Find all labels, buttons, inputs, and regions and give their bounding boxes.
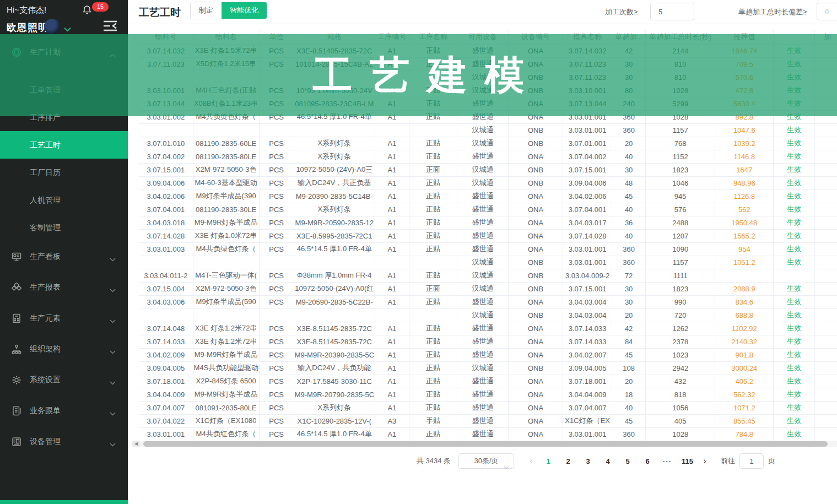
page-size-select[interactable]: 30条/页 [458,453,514,469]
sidebar-item-man-machine[interactable]: 人机管理 [0,186,128,214]
page-number[interactable]: 1 [541,457,556,465]
status-effective-link[interactable]: 生效 [787,284,801,294]
status-effective-link[interactable]: 生效 [787,218,801,227]
sidebar-item-work-order[interactable]: 工单管理 [0,76,128,104]
cell-value: 盛世通 [472,112,493,122]
status-effective-link[interactable]: 生效 [787,403,801,413]
sidebar-item-device-management[interactable]: 设备管理 [0,426,128,457]
cell-value: 2144 [672,47,688,55]
status-effective-link[interactable]: 生效 [787,85,801,95]
status-effective-link[interactable]: 生效 [787,112,801,122]
cell-value: 盛世通 [472,297,493,307]
status-effective-link[interactable]: 生效 [787,204,801,214]
mode-define-button[interactable]: 制定 [191,2,222,19]
sidebar-header: Hi~支伟杰! 15 欧恩照明 [0,0,128,39]
processing-count-input[interactable] [650,3,694,20]
status-effective-link[interactable]: 生效 [787,59,801,69]
status-effective-link[interactable]: 生效 [787,323,801,333]
cell-value: 盛世通 [472,403,493,413]
notification-bell-icon[interactable] [82,4,92,17]
horizontal-scrollbar[interactable]: ◀ [132,441,837,447]
table-row: 汉城通ONB3.03.01.00136011571047.6生效 [139,123,837,137]
sidebar-item-business-tracking[interactable]: 业务跟单 [0,395,128,426]
cell-value: 1823 [672,285,688,293]
sidebar-collapse-icon[interactable] [102,20,118,34]
sidebar-item-process-worktime[interactable]: 工艺工时 [0,131,128,159]
cell-value: 3.04.02.006 [569,192,607,200]
user-greeting: Hi~支伟杰! [7,5,46,15]
column-header-6: 可用设备 [457,30,508,44]
status-effective-link[interactable]: 生效 [787,151,801,161]
status-effective-link[interactable]: 生效 [787,191,801,201]
page-number[interactable]: 2 [560,457,576,465]
table-header-row: 物料号物料名单位规格工序编号工序名称可用设备设备编号模具名称单趟加...单趟加工… [139,30,837,44]
cell-value: 108 [623,364,635,372]
cell-value: 正贴 [426,297,440,307]
status-effective-link[interactable]: 生效 [787,46,801,56]
goto-page-input[interactable] [739,453,764,469]
status-effective-link[interactable]: 生效 [787,178,801,188]
status-effective-link[interactable]: 生效 [787,350,801,360]
next-page-button[interactable]: › [698,456,712,466]
table-row: 3.03.01.001M4共负红色灯条（PCS46.5*14.5 厚1.0 FR… [139,427,837,441]
cell-value: 18 [625,391,633,399]
status-effective-link[interactable]: 生效 [787,257,801,267]
sidebar-item-process-scheduling[interactable]: 工序排产 [0,104,128,131]
notification-badge[interactable]: 15 [92,2,109,12]
company-chevron-down-icon[interactable] [64,24,71,34]
status-effective-link[interactable]: 生效 [787,99,801,109]
status-effective-link[interactable]: 生效 [787,429,801,439]
status-effective-link[interactable]: 生效 [787,376,801,386]
sidebar-item-system-settings[interactable]: 系统设置 [0,365,128,395]
sidebar-item-production-elements[interactable]: 生产元素 [0,303,128,334]
prev-page-button[interactable]: ‹ [524,456,538,466]
cell-value: A1 [387,219,396,227]
cell-value: 3.04.03.004 [569,298,607,306]
cell-value: 101014-2835-15C4B-A2 [295,60,373,68]
cell-value: X2M-972-5050-3色 [196,284,257,294]
cell-value: 472.8 [736,86,754,95]
status-effective-link[interactable]: 生效 [787,231,801,241]
cell-value: PCS [269,324,284,333]
sidebar-item-production-kanban[interactable]: 生产看板 [0,241,128,272]
cell-value: 1565.2 [733,232,755,240]
status-effective-link[interactable]: 生效 [787,72,801,82]
topbar: 工艺工时 制定 智能优化 加工次数≥ 单趟加工总时长偏差≥ [128,0,837,24]
status-effective-link[interactable]: 生效 [787,310,801,320]
cell-value: 360 [623,113,635,121]
status-effective-link[interactable]: 生效 [787,297,801,307]
status-effective-link[interactable]: 生效 [787,337,801,346]
page-number[interactable]: 5 [620,457,635,465]
cell-value: 盛世通 [472,191,493,201]
org-chart-icon [12,344,21,354]
page-number[interactable]: 6 [640,457,655,465]
sidebar-item-label: 系统设置 [30,375,61,385]
scrollbar-thumb[interactable] [143,441,828,447]
mode-smart-optimize-button[interactable]: 智能优化 [222,2,267,19]
status-effective-link[interactable]: 生效 [787,389,801,399]
cell-value: M9-M9R灯条半成品 [195,350,258,360]
cell-value: 1028 [672,86,688,95]
sidebar-item-factory-calendar[interactable]: 工厂日历 [0,159,128,186]
sidebar-item-production-report[interactable]: 生产报表 [0,272,128,303]
page-number[interactable]: 3 [580,457,596,465]
scroll-left-arrow-icon[interactable]: ◀ [132,441,140,447]
avatar[interactable] [44,19,60,35]
status-effective-link[interactable]: 生效 [787,244,801,254]
page-number[interactable]: 115 [679,457,695,465]
status-effective-link[interactable]: 生效 [787,165,801,175]
status-effective-link[interactable]: 生效 [787,138,801,148]
cell-value: 562.32 [733,391,755,399]
sidebar-item-org-structure[interactable]: 组织架构 [0,334,128,365]
page-number[interactable]: 4 [600,457,615,465]
cell-value: 405.2 [736,377,754,386]
table-row: 3.07.04.002081190-2835-80LEPCSX系列灯条A1正贴盛… [139,150,837,163]
status-effective-link[interactable]: 生效 [787,363,801,373]
sidebar-item-customization[interactable]: 客制管理 [0,214,128,241]
status-effective-link[interactable]: 生效 [787,416,801,426]
column-header-0: 物料号 [139,30,193,44]
duration-deviation-input[interactable] [817,3,837,20]
sidebar: Hi~支伟杰! 15 欧恩照明 生产计划 工单管理 工序 [0,0,128,504]
status-effective-link[interactable]: 生效 [787,125,801,135]
sidebar-item-production-plan[interactable]: 生产计划 [0,39,128,66]
